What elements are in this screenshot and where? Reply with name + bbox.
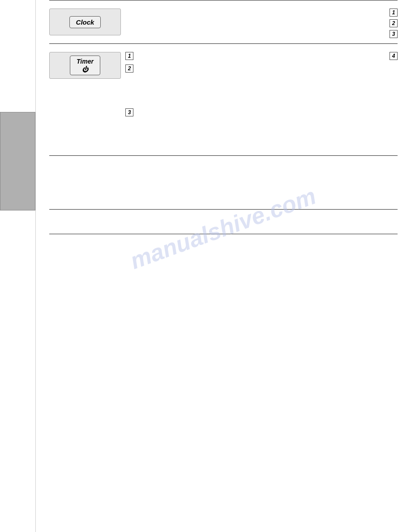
- left-margin: [0, 0, 36, 532]
- clock-button[interactable]: Clock: [69, 16, 101, 28]
- section-empty-1: [49, 156, 398, 210]
- clock-button-box: Clock: [49, 9, 121, 35]
- clock-note-1-num: 1: [390, 9, 398, 17]
- timer-button-label: Timer: [77, 58, 94, 65]
- timer-note-2: 2: [125, 64, 398, 73]
- timer-note-1-num: 1: [125, 52, 133, 60]
- clock-note-3-num: 3: [390, 30, 398, 38]
- timer-content: 1 4 2 3: [121, 52, 398, 142]
- timer-note-4-num: 4: [390, 52, 398, 60]
- clock-notes: 1 2 3: [390, 9, 398, 38]
- timer-button[interactable]: Timer ⏻: [70, 56, 100, 75]
- timer-note-3-num: 3: [125, 108, 133, 116]
- clock-note-2: 2: [390, 19, 398, 27]
- clock-section: Clock 1 2 3: [49, 0, 398, 44]
- timer-note-3: 3: [125, 108, 398, 116]
- timer-note-2-num: 2: [125, 64, 133, 73]
- margin-bottom: [0, 210, 35, 532]
- section-large: [49, 234, 398, 364]
- clock-note-2-num: 2: [390, 19, 398, 27]
- power-icon: ⏻: [82, 66, 88, 73]
- margin-top: [0, 0, 35, 112]
- section-small: [49, 210, 398, 234]
- main-content: manualshive.com Clock 1 2 3: [36, 0, 411, 532]
- clock-note-1: 1: [390, 9, 398, 17]
- clock-note-3: 3: [390, 30, 398, 38]
- margin-mid-gray: [0, 112, 35, 210]
- section-last: [49, 364, 398, 454]
- timer-button-box: Timer ⏻: [49, 52, 121, 79]
- timer-note-1: 1: [125, 52, 133, 60]
- timer-note-4: 4: [390, 52, 398, 60]
- timer-section: Timer ⏻ 1 4 2: [49, 44, 398, 156]
